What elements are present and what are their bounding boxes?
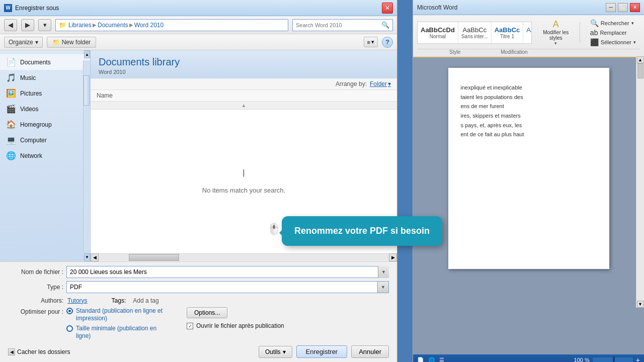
filename-dropdown-arrow[interactable]: ▼	[378, 266, 389, 278]
word-scrollbar-thumb[interactable]	[637, 63, 643, 78]
filename-row: Nom de fichier : ▼	[8, 266, 389, 278]
word-restore-button[interactable]: ⬜	[618, 3, 628, 12]
selectionner-button[interactable]: ⬛ Sélectionner ▾	[590, 38, 636, 46]
nav-back-button[interactable]: ◀	[4, 19, 17, 31]
radio-minimal[interactable]: Taille minimale (publication en ligne)	[66, 325, 167, 340]
sidebar-scroll-down[interactable]: ▼	[84, 253, 90, 261]
remplacer-button[interactable]: ab Remplacer	[590, 29, 636, 37]
arrange-by-button[interactable]: Folder ▾	[370, 80, 391, 87]
cursor-area: |	[242, 168, 246, 176]
organize-arrow-icon: ▾	[35, 39, 38, 46]
sidebar-item-documents[interactable]: 📄 Documents	[0, 54, 90, 70]
type-value: PDF	[70, 284, 82, 291]
filename-input-container: ▼	[66, 266, 389, 278]
radio-standard-circle[interactable]	[66, 308, 73, 314]
help-button[interactable]: ?	[382, 37, 393, 48]
address-bar[interactable]: 📁 Libraries ▶ Documents ▶ Word 2010	[55, 19, 288, 31]
hide-folders-arrow-icon: ◀	[8, 348, 15, 355]
style-normal[interactable]: AaBbCcDd Normal	[418, 22, 458, 43]
checkbox-box[interactable]: ✓	[187, 323, 193, 329]
type-dropdown-arrow-icon: ▼	[377, 282, 388, 293]
word-minimize-button[interactable]: ─	[606, 3, 616, 12]
checkbox-label: Ouvrir le fichier après publication	[196, 322, 284, 330]
sidebar-item-pictures[interactable]: 🖼️ Pictures	[0, 85, 90, 101]
pictures-icon: 🖼️	[6, 88, 16, 98]
tags-add-button[interactable]: Add a tag	[133, 297, 158, 304]
word-titlebar: Microsoft Word ─ ⬜ ✕	[413, 0, 644, 15]
word-page: inexpliqué et inexplicable taient les po…	[448, 68, 609, 269]
word-view-print-icon[interactable]: 📄	[417, 357, 424, 363]
style-titre1[interactable]: AaBbCc Titre 1	[492, 22, 524, 43]
scroll-indicator-arrow: ▲	[242, 103, 247, 108]
word-close-button[interactable]: ✕	[630, 3, 640, 12]
hide-folders-button[interactable]: ◀ Cacher les dossiers	[8, 348, 70, 355]
word-zoom-slider[interactable]	[593, 357, 633, 362]
new-folder-label: New folder	[62, 39, 91, 46]
sidebar-item-computer[interactable]: 💻 Computer	[0, 132, 90, 148]
view-button[interactable]: ≡ ▾	[364, 37, 378, 47]
tools-label: Outils	[265, 348, 281, 355]
dialog-close-button[interactable]: ✕	[382, 3, 393, 14]
filename-input[interactable]	[66, 266, 389, 278]
scroll-indicator: ▲	[91, 102, 397, 110]
modifier-styles-button[interactable]: A Modifier les styles ▾	[538, 18, 574, 47]
search-input[interactable]	[296, 22, 379, 28]
h-scrollbar-thumb[interactable]	[129, 254, 179, 261]
save-button[interactable]: Enregistrer	[296, 345, 348, 358]
form-buttons-row: ◀ Cacher les dossiers Outils ▾ Enregistr…	[8, 345, 389, 358]
sidebar-label-pictures: Pictures	[20, 90, 42, 97]
h-scrollbar-track	[99, 254, 389, 261]
word-zoom-plus-icon[interactable]: +	[636, 356, 640, 362]
word-scroll-down-button[interactable]: ▼	[637, 301, 644, 308]
organize-button[interactable]: Organize ▾	[4, 37, 43, 48]
ribbon-section-labels: Style Modification	[417, 49, 640, 55]
file-header: Documents library Word 2010	[91, 50, 397, 78]
word-zoom-handle[interactable]	[613, 356, 615, 362]
sidebar-item-videos[interactable]: 🎬 Videos	[0, 101, 90, 117]
filename-label: Nom de fichier :	[8, 268, 63, 276]
view-arrow-icon: ▾	[371, 39, 374, 45]
word-view-web-icon[interactable]: 🌐	[428, 357, 435, 363]
save-dialog: W Enregistrer sous ✕ ◀ ▶ ▾ 📁 Libraries ▶…	[0, 0, 397, 362]
word-view-outline-icon[interactable]: ☰	[439, 357, 444, 363]
sidebar-item-network[interactable]: 🌐 Network	[0, 148, 90, 163]
breadcrumb-word2010[interactable]: Word 2010	[134, 22, 164, 29]
radio-standard[interactable]: Standard (publication en ligne et impres…	[66, 307, 167, 323]
nav-recent-button[interactable]: ▾	[38, 19, 51, 31]
search-box[interactable]: 🔍	[292, 19, 393, 31]
authors-value[interactable]: Tutorys	[67, 297, 88, 304]
sidebar-scrollbar[interactable]	[83, 60, 90, 251]
tooltip-text: Renommez votre PDF si besoin	[294, 226, 430, 236]
type-dropdown[interactable]: PDF ▼	[66, 281, 389, 293]
hide-folders-label: Cacher les dossiers	[17, 348, 70, 355]
style-titre2[interactable]: AaBbCc Titre 2	[523, 22, 532, 43]
sidebar-scroll-up[interactable]: ▲	[84, 50, 90, 58]
style-sans-inter[interactable]: AaBbCc Sans inter...	[458, 22, 492, 43]
checkbox-open-after-publish[interactable]: ✓ Ouvrir le fichier après publication	[187, 322, 284, 330]
breadcrumb-documents[interactable]: Documents	[98, 22, 128, 29]
h-scroll-left-button[interactable]: ◀	[91, 253, 99, 261]
word-scroll-up-button[interactable]: ▲	[637, 56, 644, 63]
tools-button[interactable]: Outils ▾	[259, 346, 292, 358]
new-folder-button[interactable]: 📁 New folder	[47, 37, 96, 48]
breadcrumb-libraries[interactable]: Libraries	[68, 22, 92, 29]
tools-arrow-icon: ▾	[283, 348, 286, 355]
word-title: Microsoft Word	[417, 4, 457, 11]
sidebar-scrollbar-thumb[interactable]	[84, 75, 90, 106]
optimiser-label: Optimiser pour :	[8, 307, 63, 315]
options-button[interactable]: Options...	[187, 307, 227, 318]
sidebar-item-homegroup[interactable]: 🏠 Homegroup	[0, 117, 90, 132]
cancel-button[interactable]: Annuler	[351, 345, 389, 358]
meta-row: Authors: Tutorys Tags: Add a tag	[8, 296, 389, 305]
h-scroll-right-button[interactable]: ▶	[389, 253, 397, 261]
sidebar-label-network: Network	[20, 152, 42, 159]
rechercher-button[interactable]: 🔍 Rechercher ▾	[590, 19, 636, 27]
sidebar-label-homegroup: Homegroup	[20, 121, 52, 128]
library-title: Documents library	[99, 56, 389, 68]
nav-forward-button[interactable]: ▶	[21, 19, 34, 31]
radio-minimal-circle[interactable]	[66, 325, 73, 332]
radio-minimal-label: Taille minimale (publication en ligne)	[76, 325, 167, 340]
sidebar-item-music[interactable]: 🎵 Music	[0, 70, 90, 85]
breadcrumb-sep-1: ▶	[93, 22, 97, 28]
mouse-icon: 🖱️	[267, 223, 281, 236]
